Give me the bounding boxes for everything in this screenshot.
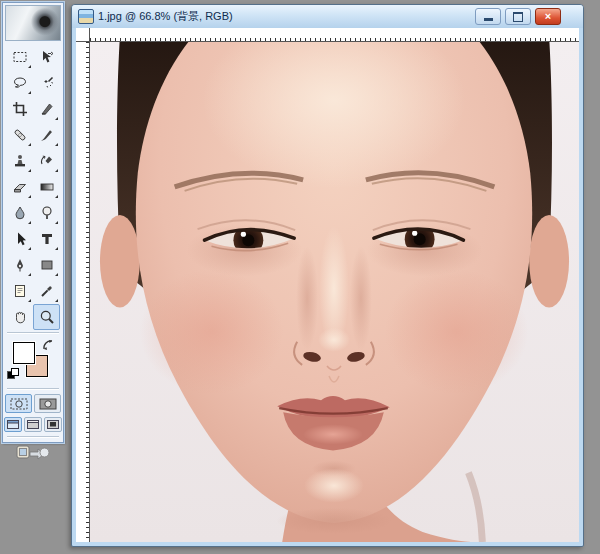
ruler-tick — [86, 422, 89, 423]
ruler-tick — [280, 38, 281, 41]
tool-eraser[interactable] — [6, 174, 33, 200]
toolbox-palette — [2, 2, 64, 443]
ruler-tick — [195, 38, 196, 41]
flyout-triangle-icon — [55, 169, 58, 172]
ruler-tick — [310, 38, 311, 41]
ruler-tick — [205, 38, 206, 41]
ruler-tick — [360, 38, 361, 41]
ruler-tick — [120, 38, 121, 41]
ruler-tick — [325, 38, 326, 41]
ruler-tick — [86, 272, 89, 273]
minimize-button[interactable] — [475, 8, 501, 25]
restore-button[interactable] — [505, 8, 531, 25]
tool-hand[interactable] — [6, 304, 33, 330]
ruler-tick — [86, 102, 89, 103]
swap-colors-icon[interactable] — [42, 338, 56, 356]
tool-slice[interactable] — [33, 96, 60, 122]
default-colors-icon[interactable] — [7, 368, 19, 379]
ruler-tick — [520, 38, 521, 41]
tool-clone-stamp[interactable] — [6, 148, 33, 174]
quick-mask-mode-button[interactable] — [34, 394, 61, 413]
ruler-tick — [86, 302, 89, 303]
tool-lasso[interactable] — [6, 70, 33, 96]
jump-to-imageready-button[interactable] — [16, 443, 50, 465]
standard-mode-button[interactable] — [5, 394, 32, 413]
tool-brush[interactable] — [33, 122, 60, 148]
ruler-tick — [86, 277, 89, 278]
ruler-tick — [400, 38, 401, 41]
horizontal-ruler[interactable] — [90, 28, 579, 42]
adobe-online-eye-logo[interactable] — [5, 5, 61, 41]
tool-rectangle[interactable] — [33, 252, 60, 278]
standard-screen-mode-button[interactable] — [4, 417, 22, 432]
tool-rectangular-marquee[interactable] — [6, 44, 33, 70]
ruler-tick — [245, 38, 246, 41]
ruler-tick — [86, 207, 89, 208]
tool-magic-wand[interactable] — [33, 70, 60, 96]
tool-type[interactable] — [33, 226, 60, 252]
tool-move[interactable] — [33, 44, 60, 70]
ruler-tick — [86, 282, 89, 283]
ruler-tick — [375, 38, 376, 41]
ruler-tick — [86, 517, 89, 518]
tool-dodge[interactable] — [33, 200, 60, 226]
flyout-triangle-icon — [55, 117, 58, 120]
ruler-tick — [550, 38, 551, 41]
ruler-tick — [535, 38, 536, 41]
ruler-tick — [455, 38, 456, 41]
ruler-tick — [335, 38, 336, 41]
document-area — [76, 28, 579, 542]
ruler-tick — [440, 38, 441, 41]
ruler-tick — [86, 427, 89, 428]
restore-icon — [513, 12, 523, 22]
ruler-tick — [86, 357, 89, 358]
flyout-triangle-icon — [55, 221, 58, 224]
ruler-tick — [86, 537, 89, 538]
ruler-tick — [86, 297, 89, 298]
foreground-color-swatch[interactable] — [13, 342, 35, 364]
image-canvas[interactable] — [90, 42, 579, 542]
ruler-tick — [86, 257, 89, 258]
tool-crop[interactable] — [6, 96, 33, 122]
left-cheek-blush — [140, 269, 283, 394]
ruler-tick — [86, 512, 89, 513]
ruler-tick — [470, 38, 471, 41]
flyout-triangle-icon — [28, 221, 31, 224]
ruler-tick — [505, 38, 506, 41]
fullscreen-with-menu-button[interactable] — [24, 417, 42, 432]
ruler-tick — [86, 117, 89, 118]
tool-zoom[interactable] — [33, 304, 60, 330]
ruler-tick — [86, 337, 89, 338]
ruler-tick — [255, 38, 256, 41]
ruler-tick — [155, 38, 156, 41]
toolbox-separator — [7, 436, 59, 438]
portrait-photo — [90, 42, 579, 542]
ruler-corner[interactable] — [76, 28, 90, 42]
vertical-ruler[interactable] — [76, 42, 90, 542]
tool-notes[interactable] — [6, 278, 33, 304]
document-titlebar[interactable]: 1.jpg @ 66.8% (背景, RGB) × — [72, 5, 583, 28]
tool-healing-brush[interactable] — [6, 122, 33, 148]
ruler-tick — [86, 132, 89, 133]
flyout-triangle-icon — [55, 273, 58, 276]
close-button[interactable]: × — [535, 8, 561, 25]
tool-pen[interactable] — [6, 252, 33, 278]
document-title: 1.jpg @ 66.8% (背景, RGB) — [98, 9, 475, 24]
tool-eyedropper[interactable] — [33, 278, 60, 304]
flyout-triangle-icon — [55, 143, 58, 146]
fullscreen-button[interactable] — [44, 417, 62, 432]
flyout-triangle-icon — [55, 247, 58, 250]
flyout-triangle-icon — [28, 273, 31, 276]
ruler-tick — [86, 352, 89, 353]
ruler-tick — [86, 332, 89, 333]
ruler-tick — [345, 38, 346, 41]
ruler-tick — [86, 312, 89, 313]
ruler-tick — [105, 38, 106, 41]
ruler-tick — [86, 242, 89, 243]
tool-path-selection[interactable] — [6, 226, 33, 252]
ruler-tick — [115, 38, 116, 41]
tool-history-brush[interactable] — [33, 148, 60, 174]
tool-gradient[interactable] — [33, 174, 60, 200]
ruler-tick — [445, 38, 446, 41]
tool-blur[interactable] — [6, 200, 33, 226]
